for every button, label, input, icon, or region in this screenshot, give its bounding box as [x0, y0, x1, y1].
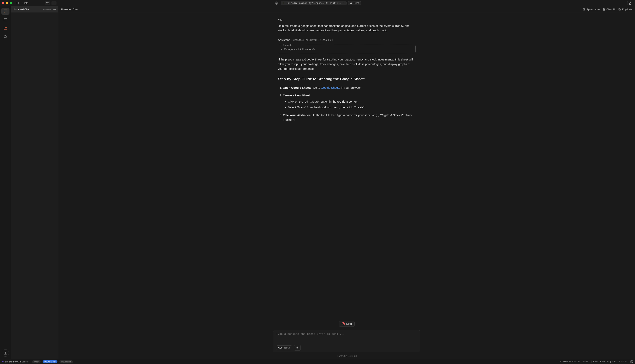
mode-badge-power-user[interactable]: Power User [43, 360, 58, 363]
nav-developer[interactable] [1, 16, 10, 23]
clear-all-button[interactable]: Clear All [602, 8, 615, 11]
chat-list-item[interactable]: Unnamed Chat 0 tokens ••• [11, 6, 58, 12]
toggle-sidebar-button[interactable] [15, 1, 20, 5]
role-hint: (⌘U) [284, 346, 290, 349]
stop-generation-button[interactable]: Stop [339, 321, 355, 327]
clear-all-label: Clear All [606, 8, 615, 11]
assistant-header: Assistant deepseek-r1-distill-llama-8b [278, 38, 415, 42]
user-message: Help me create a google sheet that can t… [278, 24, 415, 33]
role-picker[interactable]: User (⌘U) [276, 346, 292, 350]
list-item: Click on the red "Create" button in the … [288, 99, 415, 104]
chevron-right-icon: ▸ [281, 48, 282, 50]
model-name: lmstudio-community/DeepSeek-R1-Distill-L… [286, 2, 342, 4]
svg-point-14 [583, 9, 584, 10]
svg-rect-0 [16, 2, 18, 4]
role-you-label: You [278, 18, 415, 21]
li1-post: in your browser. [340, 86, 361, 89]
message-column: You Help me create a google sheet that c… [273, 13, 420, 127]
sidebar-top-actions [45, 1, 57, 5]
titlebar: Chats ✦ lmstudio-community/DeepSeek-R1-D… [0, 0, 635, 6]
status-app-info: ✦ LM Studio 0.3.8 (Build 4) [2, 360, 30, 363]
experiments-button[interactable] [627, 1, 633, 6]
assistant-steps-list: Open Google Sheets: Go to Google Sheets … [278, 86, 415, 122]
message-input[interactable] [276, 332, 417, 343]
trash-icon [602, 8, 605, 11]
li2-strong: Create a New Sheet [283, 94, 310, 97]
chats-sidebar: Unnamed Chat 0 tokens ••• [11, 6, 58, 359]
nav-rail [0, 6, 11, 359]
main-row: Unnamed Chat 0 tokens ••• Unnamed Chat A… [0, 6, 635, 359]
app-name-version: LM Studio 0.3.8 (Build 4) [5, 360, 30, 363]
appearance-button[interactable]: Appearance [583, 8, 600, 11]
model-settings-button[interactable] [274, 1, 279, 5]
svg-line-11 [6, 38, 7, 38]
thoughts-box: Thoughts ▸ Thought for 29.82 seconds [278, 45, 415, 53]
window-controls [2, 2, 12, 4]
sparkle-icon: ✦ [283, 2, 285, 4]
eject-icon: ⏏ [350, 2, 352, 4]
svg-point-16 [584, 9, 585, 10]
settings-gear-button[interactable] [630, 360, 633, 363]
chat-item-meta: 0 tokens ••• [43, 8, 56, 11]
attach-button[interactable] [294, 345, 301, 351]
duplicate-button[interactable]: Duplicate [618, 8, 632, 11]
chat-list: Unnamed Chat 0 tokens ••• [11, 6, 58, 12]
system-resources-value: RAM: 4.50 GB | CPU: 2.50 % [591, 360, 628, 363]
model-selector[interactable]: ✦ lmstudio-community/DeepSeek-R1-Distill… [281, 1, 346, 5]
assistant-sublist: Click on the red "Create" button in the … [283, 99, 415, 110]
copy-icon [618, 8, 621, 11]
chat-subheader: Unnamed Chat Appearance Clear All Duplic… [58, 6, 635, 13]
nav-search[interactable] [1, 33, 10, 40]
assistant-message: I'll help you create a Google Sheet for … [278, 57, 415, 122]
chat-title: Unnamed Chat [61, 8, 78, 11]
google-sheets-link[interactable]: Google Sheets [321, 86, 340, 89]
nav-chat[interactable] [1, 8, 10, 15]
list-item: Title Your Worksheet: In the top title b… [283, 113, 415, 122]
chat-scroll-area[interactable]: You Help me create a google sheet that c… [58, 13, 635, 320]
maximize-window-button[interactable] [10, 2, 12, 4]
li1-pre: : Go to [312, 86, 321, 89]
stop-icon [342, 322, 345, 325]
eject-model-button[interactable]: ⏏ Eject [348, 1, 361, 5]
content-column: Unnamed Chat Appearance Clear All Duplic… [58, 6, 635, 359]
svg-rect-8 [4, 18, 7, 21]
svg-point-10 [4, 35, 7, 38]
mode-badge-user[interactable]: User [32, 360, 41, 363]
duplicate-label: Duplicate [622, 8, 632, 11]
svg-point-15 [584, 9, 584, 9]
role-label: User [278, 346, 283, 349]
svg-point-19 [631, 361, 632, 362]
new-chat-button[interactable] [52, 1, 57, 5]
titlebar-right-group [627, 1, 633, 6]
composer-wrap: User (⌘U) [58, 329, 635, 354]
eject-label: Eject [353, 2, 359, 4]
chat-item-tokens: 0 tokens [43, 8, 52, 11]
assistant-model-chip: deepseek-r1-distill-llama-8b [292, 38, 333, 42]
nav-models[interactable] [1, 25, 10, 32]
chevron-down-icon: ▾ [343, 2, 344, 4]
composer: User (⌘U) [273, 330, 420, 352]
chat-item-name: Unnamed Chat [13, 8, 30, 11]
li1-strong: Open Google Sheets [283, 86, 312, 89]
li3-strong: Title Your Worksheet [283, 114, 312, 117]
close-window-button[interactable] [2, 2, 4, 4]
composer-toolbar: User (⌘U) [276, 345, 417, 351]
appearance-label: Appearance [587, 8, 600, 11]
app-logo-icon: ✦ [2, 360, 4, 363]
list-item: Create a New Sheet: Click on the red "Cr… [283, 93, 415, 110]
titlebar-center-group: ✦ lmstudio-community/DeepSeek-R1-Distill… [274, 1, 361, 5]
role-assistant-label: Assistant [278, 38, 290, 42]
section-title: Chats [22, 2, 28, 4]
thoughts-toggle[interactable]: ▸ Thought for 29.82 seconds [281, 48, 413, 51]
stop-wrap: Stop [58, 320, 635, 329]
context-usage-line: Context is 0.0% full [58, 354, 635, 359]
assistant-intro-paragraph: I'll help you create a Google Sheet for … [278, 57, 415, 71]
li2-post: : [310, 94, 311, 97]
minimize-window-button[interactable] [6, 2, 8, 4]
new-folder-button[interactable] [45, 1, 50, 5]
status-bar: ✦ LM Studio 0.3.8 (Build 4) User Power U… [0, 359, 635, 364]
downloads-button[interactable] [2, 349, 9, 357]
chat-item-menu-button[interactable]: ••• [53, 8, 56, 11]
system-resources-label: SYSTEM RESOURCES USAGE: [560, 360, 589, 363]
mode-badge-developer[interactable]: Developer [59, 360, 73, 363]
